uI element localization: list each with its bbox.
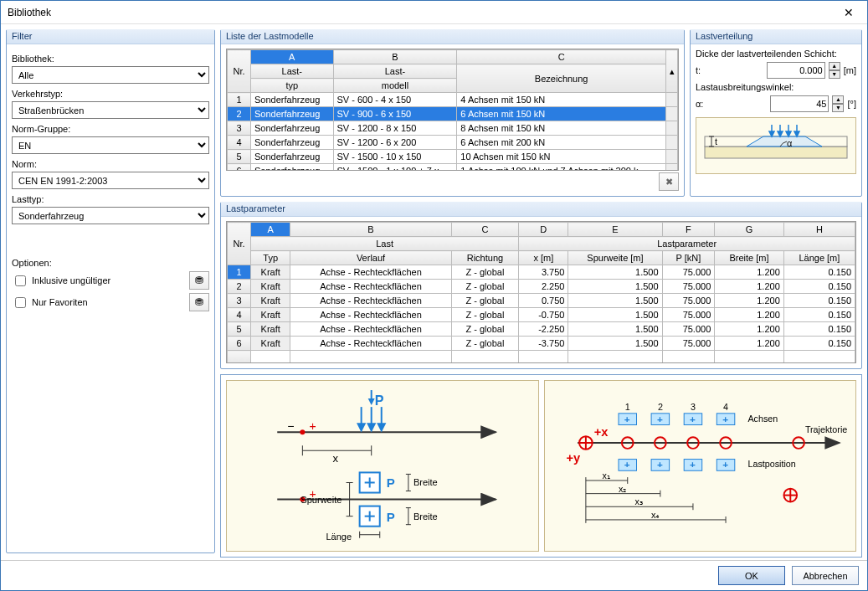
- table-row[interactable]: 3SonderfahrzeugSV - 1200 - 8 x 1508 Achs…: [228, 121, 678, 136]
- t-input[interactable]: [767, 62, 825, 79]
- svg-text:x₃: x₃: [634, 496, 642, 506]
- ok-button[interactable]: OK: [718, 566, 785, 585]
- table-row[interactable]: 1KraftAchse - RechteckflächenZ - global3…: [228, 265, 855, 280]
- funnel-icon: ⛃: [195, 296, 203, 308]
- delete-button[interactable]: ✖: [659, 172, 679, 191]
- col-A[interactable]: A: [251, 50, 334, 64]
- svg-marker-4: [769, 131, 774, 136]
- liste-grid[interactable]: Nr. A B C ▴ Last- Last-: [226, 49, 679, 171]
- winkel-label: Lastausbreitungswinkel:: [696, 82, 856, 92]
- svg-point-19: [300, 429, 305, 434]
- svg-marker-6: [778, 131, 783, 136]
- spin-down-icon[interactable]: ▼: [829, 70, 840, 79]
- table-row[interactable]: 4SonderfahrzeugSV - 1200 - 6 x 2006 Achs…: [228, 136, 678, 150]
- spin-up-icon[interactable]: ▲: [832, 95, 844, 104]
- table-row[interactable]: 4KraftAchse - RechteckflächenZ - global-…: [228, 308, 855, 322]
- lastparam-grid[interactable]: Nr. A B C D E F G H: [226, 221, 856, 363]
- table-row[interactable]: 1SonderfahrzeugSV - 600 - 4 x 1504 Achse…: [228, 93, 678, 107]
- svg-text:+: +: [690, 414, 696, 424]
- optionen-label: Optionen:: [12, 258, 209, 268]
- svg-text:P: P: [387, 476, 395, 491]
- svg-text:+: +: [722, 414, 728, 424]
- funnel-icon: ⛃: [195, 275, 203, 286]
- table-row[interactable]: 6KraftAchse - RechteckflächenZ - global-…: [228, 337, 855, 351]
- alpha-label: α:: [696, 99, 707, 109]
- close-button[interactable]: ✕: [832, 2, 865, 23]
- svg-text:x: x: [333, 452, 339, 465]
- svg-marker-8: [786, 131, 791, 136]
- verkehrstyp-label: Verkehrstyp:: [12, 89, 209, 99]
- svg-text:α: α: [787, 138, 793, 148]
- chk-favorites[interactable]: [15, 297, 26, 308]
- diagram-row: − + P: [220, 374, 862, 558]
- col-B[interactable]: B: [333, 50, 457, 64]
- dicke-label: Dicke der lastverteilenden Schicht:: [696, 49, 856, 59]
- svg-text:Länge: Länge: [326, 532, 352, 542]
- svg-text:+: +: [656, 414, 662, 424]
- svg-text:Spurweite: Spurweite: [300, 495, 342, 505]
- svg-text:P: P: [387, 510, 395, 524]
- lasttyp-select[interactable]: Sonderfahrzeug: [12, 207, 209, 224]
- bibliothek-select[interactable]: Alle: [12, 66, 209, 84]
- svg-marker-25: [378, 424, 385, 430]
- svg-text:4: 4: [723, 402, 728, 412]
- lastvert-title: Lastverteilung: [691, 29, 861, 44]
- svg-text:+: +: [309, 419, 316, 433]
- spin-down-icon[interactable]: ▼: [832, 104, 844, 112]
- col-nr: Nr.: [228, 50, 251, 93]
- lastparam-title: Lastparameter: [221, 202, 861, 217]
- svg-text:x₁: x₁: [602, 470, 609, 481]
- chk-favorites-label[interactable]: Nur Favoriten: [12, 295, 88, 311]
- svg-text:x₄: x₄: [651, 510, 660, 520]
- lastvert-schematic: t α: [696, 117, 856, 174]
- cancel-button[interactable]: Abbrechen: [792, 566, 859, 585]
- liste-title: Liste der Lastmodelle: [221, 29, 684, 44]
- table-row[interactable]: 5KraftAchse - RechteckflächenZ - global-…: [228, 322, 855, 337]
- scroll-up-icon[interactable]: ▴: [666, 50, 678, 93]
- t-label: t:: [696, 65, 707, 75]
- svg-text:+: +: [690, 459, 696, 470]
- chk-invalid-label[interactable]: Inklusive ungültiger: [12, 273, 110, 289]
- alpha-input[interactable]: [770, 95, 829, 112]
- window-title: Bibliothek: [8, 7, 51, 18]
- norm-label: Norm:: [12, 159, 209, 169]
- svg-text:t: t: [715, 136, 717, 146]
- svg-text:x₂: x₂: [618, 484, 625, 494]
- table-row[interactable]: 2KraftAchse - RechteckflächenZ - global2…: [228, 280, 855, 294]
- svg-text:+: +: [722, 459, 728, 470]
- table-row[interactable]: 3KraftAchse - RechteckflächenZ - global0…: [228, 294, 855, 308]
- svg-marker-21: [358, 424, 365, 430]
- delete-icon: ✖: [665, 177, 673, 188]
- norm-select[interactable]: CEN EN 1991-2:2003: [12, 172, 209, 189]
- filter-icon-button-1[interactable]: ⛃: [189, 271, 209, 290]
- svg-text:Achsen: Achsen: [747, 414, 778, 424]
- svg-text:3: 3: [691, 402, 696, 412]
- normgruppe-select[interactable]: EN: [12, 136, 209, 154]
- footer: OK Abbrechen: [1, 560, 867, 590]
- filter-icon-button-2[interactable]: ⛃: [189, 293, 209, 311]
- alpha-unit: [°]: [847, 99, 856, 109]
- table-row[interactable]: 5SonderfahrzeugSV - 1500 - 10 x 15010 Ac…: [228, 150, 678, 164]
- lastparameter-group: Lastparameter Nr. A B C D E: [220, 202, 862, 369]
- library-dialog: Bibliothek ✕ Filter Bibliothek: Alle Ver…: [0, 0, 868, 591]
- svg-text:+y: +y: [566, 451, 581, 465]
- svg-text:+: +: [656, 459, 662, 470]
- normgruppe-label: Norm-Gruppe:: [12, 124, 209, 134]
- verkehrstyp-select[interactable]: Straßenbrücken: [12, 101, 209, 119]
- liste-group: Liste der Lastmodelle Nr. A B C: [220, 29, 685, 197]
- svg-marker-23: [368, 424, 375, 430]
- table-row[interactable]: 6SonderfahrzeugSV - 1500 - 1 x 100 + 7 x…: [228, 164, 678, 172]
- svg-text:2: 2: [657, 402, 662, 412]
- svg-text:1: 1: [624, 402, 629, 412]
- col-C[interactable]: C: [457, 50, 666, 64]
- table-row[interactable]: 2SonderfahrzeugSV - 900 - 6 x 1506 Achse…: [228, 107, 678, 121]
- svg-text:Breite: Breite: [413, 477, 438, 487]
- diagram-right: ++++ 1 2 3 4 Achsen Trajektorie: [544, 380, 857, 552]
- spin-up-icon[interactable]: ▲: [829, 62, 840, 70]
- svg-text:+: +: [624, 414, 629, 424]
- svg-text:Trajektorie: Trajektorie: [804, 424, 846, 434]
- filter-group: Filter Bibliothek: Alle Verkehrstyp: Str…: [6, 29, 215, 553]
- chk-invalid[interactable]: [15, 275, 26, 286]
- svg-marker-10: [794, 131, 799, 136]
- bibliothek-label: Bibliothek:: [12, 54, 209, 64]
